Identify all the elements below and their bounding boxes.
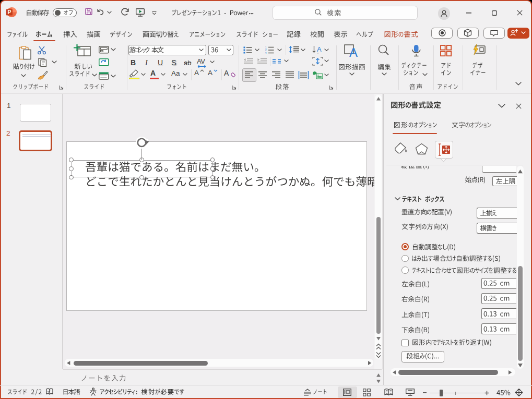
svg-text:A: A: [317, 45, 322, 53]
svg-text:P: P: [7, 9, 11, 15]
svg-text:1: 1: [265, 46, 267, 49]
svg-text:3: 3: [265, 52, 267, 55]
svg-text:A: A: [349, 45, 358, 59]
svg-text:2: 2: [265, 49, 267, 52]
